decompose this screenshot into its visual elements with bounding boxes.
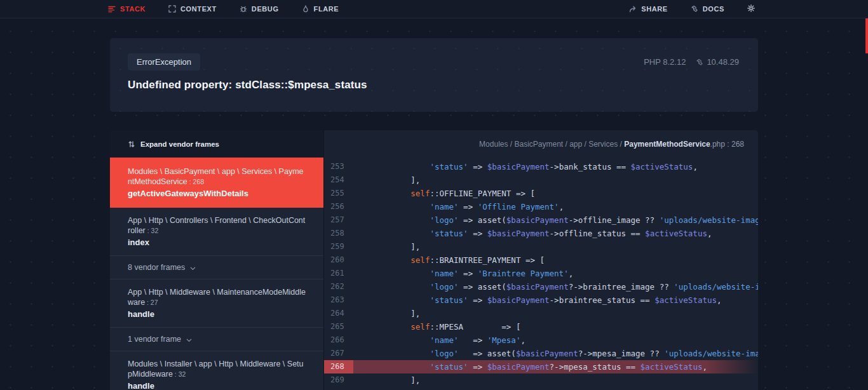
code-line: 266 'name' => 'Mpesa', [324, 333, 758, 347]
error-summary-card: ErrorException Undefined property: stdCl… [110, 38, 758, 112]
page-content: ErrorException Undefined property: stdCl… [110, 38, 758, 390]
nav-action-share[interactable]: SHARE [629, 5, 668, 13]
line-number: 256 [324, 200, 353, 213]
frame-method: index [128, 238, 306, 248]
nav-tab-stack[interactable]: STACK [108, 5, 146, 13]
share-icon [629, 5, 637, 13]
stack-trace-card: Expand vendor frames Modules \ BasicPaym… [110, 130, 758, 390]
expand-collapse-icon [128, 140, 135, 148]
code-line: 258 'status' => $basicPayment->offline_s… [324, 227, 758, 240]
stack-frame[interactable]: App \ Http \ Controllers \ Frontend \ Ch… [110, 208, 323, 256]
code-line: 253 'status' => $basicPayment->bank_stat… [324, 160, 758, 173]
line-number: 255 [324, 187, 353, 200]
chevron-down-icon [189, 265, 196, 272]
code-panel: Modules / BasicPayment / app / Services … [324, 130, 758, 390]
frames-sidebar: Expand vendor frames Modules \ BasicPaym… [110, 130, 324, 390]
code-line: 254 ], [324, 173, 758, 187]
docs-icon [691, 5, 698, 13]
frames-list: Modules \ BasicPayment \ app \ Services … [110, 158, 323, 390]
file-path-prefix: Modules / BasicPayment / app / Services … [479, 140, 624, 149]
line-number: 269 [324, 373, 353, 387]
frame-method: handle [128, 381, 306, 390]
code-line: 263 'status' => $basicPayment->braintree… [324, 293, 758, 307]
file-line-suffix: .php : 268 [710, 140, 744, 149]
line-number: 253 [324, 160, 353, 173]
line-number: 266 [324, 333, 353, 347]
line-number: 259 [324, 240, 353, 253]
code-line: 256 'name' => 'Offline Payment', [324, 200, 758, 213]
chevron-down-icon [186, 337, 193, 344]
top-nav: STACKCONTEXTDEBUGFLARE SHAREDOCS [0, 0, 868, 18]
error-meta: PHP 8.2.12 10.48.29 [644, 57, 739, 67]
stack-frame[interactable]: Modules \ Installer \ app \ Http \ Middl… [110, 351, 323, 390]
context-icon [168, 5, 176, 13]
line-number: 264 [324, 307, 353, 320]
vendor-frames-group[interactable]: 1 vendor frame [110, 328, 323, 351]
framework-version: 10.48.29 [696, 57, 739, 67]
code-line: 255 self::OFFLINE_PAYMENT => [ [324, 187, 758, 200]
line-number: 260 [324, 253, 353, 267]
line-number: 257 [324, 213, 353, 227]
code-line: 267 'logo' => asset($basicPayment?->mpes… [324, 347, 758, 360]
code-line: 262 'logo' => asset($basicPayment?->brai… [324, 280, 758, 293]
settings-button[interactable] [747, 3, 755, 15]
line-number: 254 [324, 173, 353, 187]
vendor-frames-group[interactable]: 8 vendor frames [110, 256, 323, 279]
flare-icon [302, 5, 309, 13]
debug-icon [240, 5, 247, 13]
code-line: 260 self::BRAINTREE_PAYMENT => [ [324, 253, 758, 267]
code-line: 259 ], [324, 240, 758, 253]
stack-frame[interactable]: App \ Http \ Middleware \ MaintenanceMod… [110, 279, 323, 328]
gear-icon [747, 3, 755, 15]
line-number: 268 [324, 360, 353, 373]
code-line: 261 'name' => 'Braintree Payment', [324, 267, 758, 280]
line-number: 262 [324, 280, 353, 293]
page-scrollbar-thumb[interactable] [865, 18, 868, 53]
stack-frame-active[interactable]: Modules \ BasicPayment \ app \ Services … [110, 158, 323, 208]
frame-method: handle [128, 309, 306, 319]
line-number: 261 [324, 267, 353, 280]
nav-tabs: STACKCONTEXTDEBUGFLARE [108, 5, 339, 13]
file-name: PaymentMethodService [624, 140, 710, 149]
code-line-highlighted: 268 'status' => $basicPayment?->mpesa_st… [324, 360, 758, 373]
code-line: 269 ], [324, 373, 758, 387]
error-message: Undefined property: stdClass::$mpesa_sta… [128, 79, 740, 91]
file-path-breadcrumb: Modules / BasicPayment / app / Services … [324, 130, 758, 158]
exception-class-badge: ErrorException [128, 53, 200, 71]
frame-method: getActiveGatewaysWithDetails [128, 189, 306, 199]
line-number: 258 [324, 227, 353, 240]
laravel-icon [696, 58, 703, 66]
nav-actions: SHAREDOCS [629, 3, 755, 15]
code-line: 257 'logo' => asset($basicPayment->offli… [324, 213, 758, 227]
nav-tab-debug[interactable]: DEBUG [240, 5, 279, 13]
line-number: 265 [324, 320, 353, 333]
php-version: PHP 8.2.12 [644, 57, 686, 67]
code-line: 265 self::MPESA => [ [324, 320, 758, 333]
nav-tab-context[interactable]: CONTEXT [168, 5, 217, 13]
line-number: 263 [324, 293, 353, 307]
nav-tab-flare[interactable]: FLARE [302, 5, 339, 13]
stack-icon [108, 5, 116, 13]
line-number: 267 [324, 347, 353, 360]
expand-vendor-frames-button[interactable]: Expand vendor frames [110, 130, 323, 158]
nav-action-docs[interactable]: DOCS [691, 5, 724, 13]
code-line: 264 ], [324, 307, 758, 320]
code-editor: 253 'status' => $basicPayment->bank_stat… [324, 158, 758, 387]
